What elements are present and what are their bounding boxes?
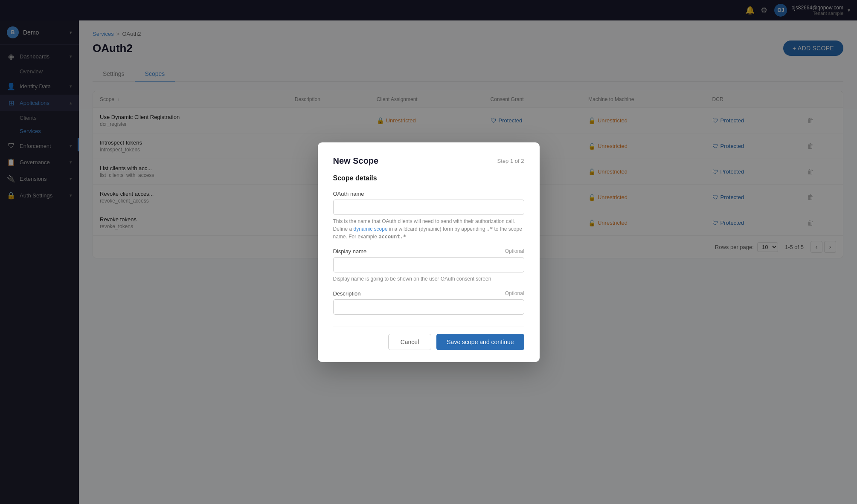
description-label: Description xyxy=(333,290,361,297)
cancel-button[interactable]: Cancel xyxy=(388,334,432,350)
oauth-name-label-row: OAuth name xyxy=(333,191,524,197)
new-scope-modal: New Scope Step 1 of 2 Scope details OAut… xyxy=(318,142,540,362)
display-name-input[interactable] xyxy=(333,257,524,272)
modal-footer: Cancel Save scope and continue xyxy=(333,327,524,350)
display-name-label-row: Display name Optional xyxy=(333,248,524,255)
dynamic-scope-link[interactable]: dynamic scope xyxy=(354,226,388,232)
oauth-name-group: OAuth name This is the name that OAuth c… xyxy=(333,191,524,240)
display-name-group: Display name Optional Display name is go… xyxy=(333,248,524,283)
modal-title: New Scope xyxy=(333,156,379,166)
display-name-hint: Display name is going to be shown on the… xyxy=(333,275,524,283)
description-input[interactable] xyxy=(333,299,524,315)
modal-step: Step 1 of 2 xyxy=(497,158,524,164)
description-optional: Optional xyxy=(505,290,524,296)
oauth-name-label: OAuth name xyxy=(333,191,364,197)
oauth-name-input[interactable] xyxy=(333,200,524,215)
description-label-row: Description Optional xyxy=(333,290,524,297)
modal-section-title: Scope details xyxy=(333,174,524,182)
save-scope-button[interactable]: Save scope and continue xyxy=(436,334,524,350)
description-group: Description Optional xyxy=(333,290,524,315)
modal-header: New Scope Step 1 of 2 xyxy=(333,156,524,166)
hint-code-2: account.* xyxy=(378,234,406,240)
display-name-optional: Optional xyxy=(505,248,524,254)
modal-overlay[interactable]: New Scope Step 1 of 2 Scope details OAut… xyxy=(0,0,857,504)
display-name-label: Display name xyxy=(333,248,367,255)
hint-code-1: .* xyxy=(487,226,493,232)
oauth-name-hint: This is the name that OAuth clients will… xyxy=(333,217,524,240)
